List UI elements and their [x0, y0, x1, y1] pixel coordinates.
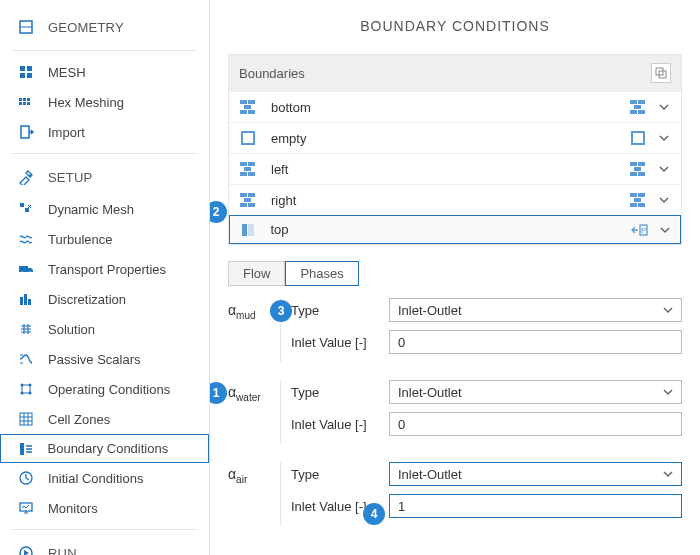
sidebar-item-dynmesh[interactable]: Dynamic Mesh — [0, 194, 209, 224]
inlet-input-mud[interactable]: 0 — [389, 330, 682, 354]
sidebar-item-label: Discretization — [48, 292, 126, 307]
sidebar-item-hex[interactable]: Hex Meshing — [0, 87, 209, 117]
sidebar-item-boundary-conditions[interactable]: Boundary Conditions — [0, 434, 209, 463]
svg-rect-64 — [248, 203, 255, 207]
svg-rect-60 — [240, 193, 247, 197]
svg-rect-3 — [27, 66, 32, 71]
svg-rect-10 — [23, 102, 26, 105]
sidebar-item-label: Turbulence — [48, 232, 113, 247]
svg-rect-69 — [638, 203, 645, 207]
group-run[interactable]: RUN — [0, 536, 209, 555]
type-select-air[interactable]: Inlet-Outlet — [389, 462, 682, 486]
sidebar-item-label: Hex Meshing — [48, 95, 124, 110]
sidebar-item-disc[interactable]: Discretization — [0, 284, 209, 314]
sidebar-item-label: Initial Conditions — [48, 471, 143, 486]
scalars-icon — [18, 351, 34, 367]
boundary-row-right[interactable]: right — [229, 184, 681, 215]
chevron-down-icon[interactable] — [657, 162, 671, 176]
svg-rect-53 — [240, 172, 247, 176]
svg-rect-24 — [20, 413, 32, 425]
svg-rect-55 — [630, 162, 637, 166]
svg-rect-44 — [638, 100, 645, 104]
svg-rect-49 — [632, 132, 644, 144]
ic-icon — [18, 470, 34, 486]
type-select-mud[interactable]: Inlet-Outlet — [389, 298, 682, 322]
svg-rect-7 — [23, 98, 26, 101]
sidebar-item-label: Operating Conditions — [48, 382, 170, 397]
sidebar-item-turb[interactable]: Turbulence — [0, 224, 209, 254]
badge-2: 2 — [210, 201, 227, 223]
svg-rect-43 — [630, 100, 637, 104]
group-setup[interactable]: SETUP — [0, 160, 209, 194]
sidebar-item-scalars[interactable]: Passive Scalars — [0, 344, 209, 374]
sidebar-item-label: Solution — [48, 322, 95, 337]
badge-3: 3 — [270, 300, 292, 322]
sidebar-item-transport[interactable]: Transport Properties — [0, 254, 209, 284]
svg-rect-62 — [244, 198, 251, 202]
svg-rect-13 — [25, 208, 29, 212]
svg-text:P: P — [641, 226, 646, 235]
inlet-input-water[interactable]: 0 — [389, 412, 682, 436]
boundary-row-bottom[interactable]: bottom — [229, 91, 681, 122]
sidebar-item-label: Passive Scalars — [48, 352, 140, 367]
sidebar-item-label: Boundary Conditions — [48, 441, 169, 456]
sidebar-item-import[interactable]: Import — [0, 117, 209, 147]
main-panel: BOUNDARY CONDITIONS 1 2 3 4 Boundaries b… — [210, 0, 700, 555]
svg-rect-8 — [27, 98, 30, 101]
svg-rect-42 — [248, 110, 255, 114]
turbulence-icon — [18, 231, 34, 247]
boundary-row-left[interactable]: left — [229, 153, 681, 184]
svg-rect-39 — [248, 100, 255, 104]
chevron-down-icon[interactable] — [657, 100, 671, 114]
badge-4: 4 — [363, 503, 385, 525]
svg-rect-65 — [630, 193, 637, 197]
svg-rect-47 — [638, 110, 645, 114]
type-select-water[interactable]: Inlet-Outlet — [389, 380, 682, 404]
transport-icon — [18, 261, 34, 277]
sidebar-item-label: Import — [48, 125, 85, 140]
chevron-down-icon[interactable] — [657, 193, 671, 207]
svg-rect-58 — [630, 172, 637, 176]
svg-rect-9 — [19, 102, 22, 105]
svg-rect-5 — [27, 73, 32, 78]
group-geometry[interactable]: GEOMETRY — [0, 10, 209, 44]
group-label: GEOMETRY — [48, 20, 124, 35]
wall-type-icon — [629, 99, 647, 115]
page-title: BOUNDARY CONDITIONS — [228, 18, 682, 34]
copy-icon[interactable] — [651, 63, 671, 83]
sidebar-item-label: MESH — [48, 65, 86, 80]
svg-rect-14 — [19, 266, 28, 272]
monitors-icon — [18, 500, 34, 516]
cellzones-icon — [18, 411, 34, 427]
inlet-label: Inlet Value [-] — [291, 335, 389, 350]
sidebar: GEOMETRY MESH Hex Meshing Import SETUP D… — [0, 0, 210, 555]
empty-type-icon — [629, 130, 647, 146]
boundary-row-top[interactable]: top P — [229, 215, 681, 244]
type-label: Type — [291, 303, 389, 318]
svg-rect-38 — [240, 100, 247, 104]
alpha-water-label: αwater — [228, 380, 280, 444]
tab-flow[interactable]: Flow — [228, 261, 285, 286]
inlet-input-air[interactable]: 1 — [389, 494, 682, 518]
badge-1: 1 — [210, 382, 227, 404]
svg-rect-54 — [248, 172, 255, 176]
tab-phases[interactable]: Phases — [285, 261, 358, 286]
svg-rect-18 — [24, 294, 27, 305]
sidebar-item-label: Transport Properties — [48, 262, 166, 277]
sidebar-item-ic[interactable]: Initial Conditions — [0, 463, 209, 493]
svg-rect-40 — [244, 105, 251, 109]
sidebar-item-opcond[interactable]: Operating Conditions — [0, 374, 209, 404]
sidebar-item-cellzones[interactable]: Cell Zones — [0, 404, 209, 434]
discretization-icon — [18, 291, 34, 307]
svg-rect-19 — [28, 299, 31, 305]
svg-rect-71 — [248, 224, 254, 236]
svg-rect-48 — [242, 132, 254, 144]
boundary-label: empty — [271, 131, 629, 146]
chevron-down-icon[interactable] — [658, 223, 672, 237]
boundary-row-empty[interactable]: empty — [229, 122, 681, 153]
svg-rect-59 — [638, 172, 645, 176]
chevron-down-icon[interactable] — [657, 131, 671, 145]
sidebar-item-monitors[interactable]: Monitors — [0, 493, 209, 523]
sidebar-item-mesh[interactable]: MESH — [0, 57, 209, 87]
sidebar-item-solution[interactable]: Solution — [0, 314, 209, 344]
